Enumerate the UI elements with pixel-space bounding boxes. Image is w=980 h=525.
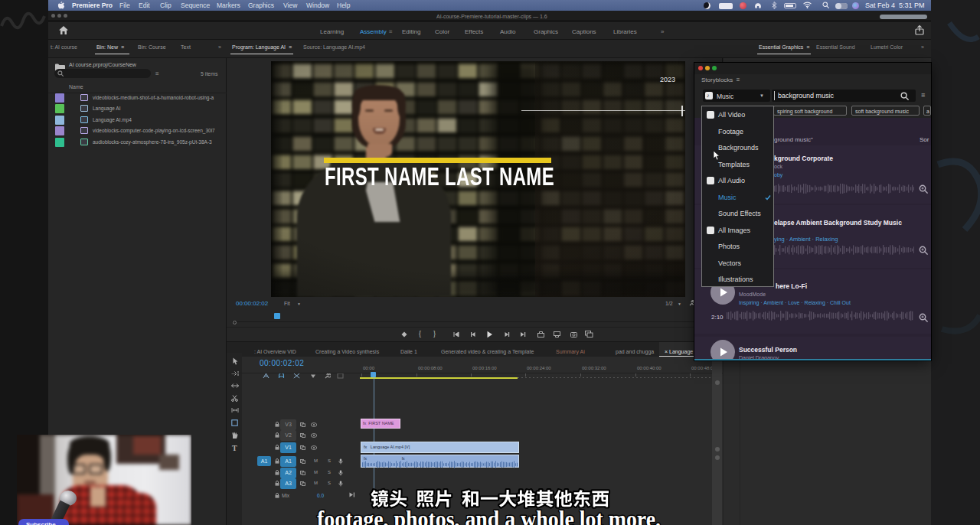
svg-text:footage, photos, and a whole l: footage, photos, and a whole lot more. (317, 506, 661, 525)
